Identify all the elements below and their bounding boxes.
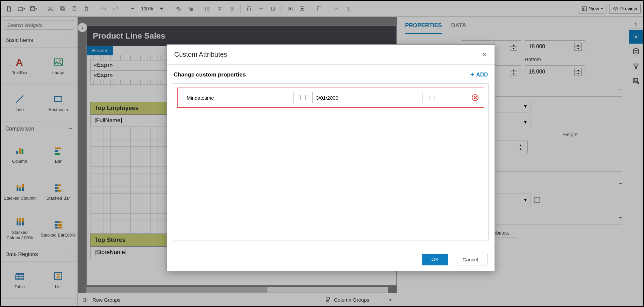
plus-icon: + <box>470 71 474 79</box>
dialog-title: Custom Attributes <box>174 51 227 58</box>
close-icon[interactable]: ✕ <box>482 51 487 58</box>
cancel-button[interactable]: Cancel <box>453 254 488 265</box>
attribute-checkbox-1[interactable] <box>300 95 306 100</box>
attribute-checkbox-2[interactable] <box>430 95 435 100</box>
custom-attributes-dialog: Custom Attributes ✕ Change custom proper… <box>167 44 495 271</box>
attribute-value-input[interactable] <box>312 92 423 103</box>
dialog-subtitle: Change custom properties <box>174 71 246 78</box>
attribute-list: ✕ <box>173 83 489 241</box>
delete-row-icon[interactable]: ✕ <box>472 94 478 101</box>
ok-button[interactable]: OK <box>422 254 448 265</box>
attribute-name-input[interactable] <box>183 92 294 103</box>
attribute-row: ✕ <box>177 88 484 108</box>
add-attribute-button[interactable]: + ADD <box>470 71 488 79</box>
